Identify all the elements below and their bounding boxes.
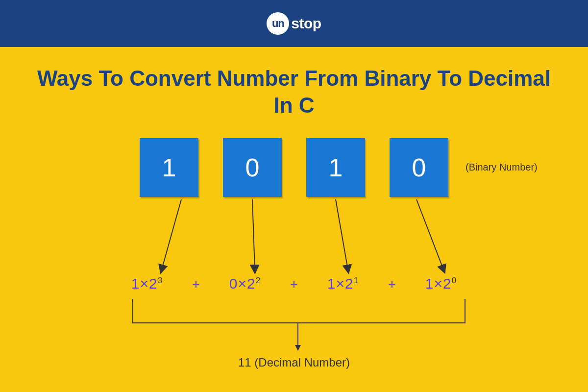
term-2: 1×21 [301,275,385,292]
term-3: 1×20 [399,275,483,292]
plus-icon: + [385,276,399,292]
binary-bit-2: 0 [223,138,282,197]
logo-text: stop [291,15,321,32]
svg-line-3 [416,199,443,270]
plus-icon: + [189,276,203,292]
result-label-text: (Decimal Number) [254,356,350,369]
decimal-result: 11 (Decimal Number) [74,356,514,369]
page-title: Ways To Convert Number From Binary To De… [0,65,588,119]
binary-bit-0: 0 [390,138,448,197]
svg-line-1 [252,199,255,270]
term-0: 1×23 [105,275,189,292]
brand-logo: un stop [267,12,321,35]
binary-bit-3: 1 [140,138,198,197]
svg-line-0 [162,199,181,270]
svg-line-2 [336,199,348,270]
binary-label: (Binary Number) [466,162,538,173]
conversion-diagram: 1 0 1 0 (Binary Number) 1×23 + 0×22 + 1×… [74,138,514,383]
expansion-formula: 1×23 + 0×22 + 1×21 + 1×20 [74,275,514,292]
arrow-down-icon [297,323,298,350]
sum-bracket [132,299,466,323]
result-value: 11 [238,356,251,369]
header-bar: un stop [0,0,588,47]
binary-bit-row: 1 0 1 0 (Binary Number) [74,138,514,197]
term-1: 0×22 [203,275,287,292]
logo-circle: un [267,12,289,35]
plus-icon: + [287,276,301,292]
binary-bit-1: 1 [306,138,365,197]
